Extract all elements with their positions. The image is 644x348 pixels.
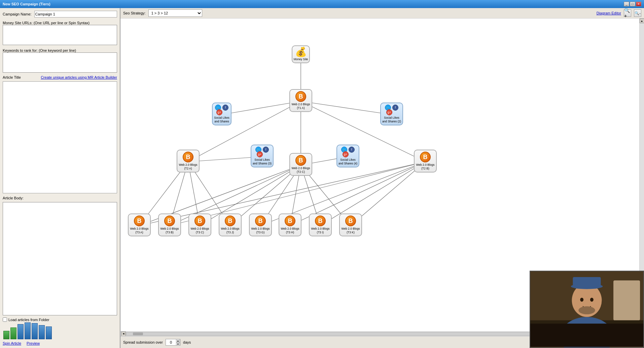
money-urls-label: Money Site URLs: (One URL per line or Sp…	[3, 21, 117, 25]
node-web20_t2b[interactable]: B Web 2.0 Blogs(T2 B)	[413, 150, 437, 172]
chart-bar	[32, 323, 38, 339]
chart-bar	[25, 322, 31, 339]
node-web20_t3b[interactable]: B Web 2.0 Blogs(T3 B)	[157, 214, 182, 236]
node-social2[interactable]: 🐦 f g+ Social Likesand Shares (2)	[380, 103, 404, 125]
article-title-row: Article Title Create unique articles usi…	[3, 75, 117, 79]
bottom-section: Load articles from Folder Spin Article P…	[3, 317, 117, 345]
maximize-button[interactable]: □	[630, 2, 635, 6]
node-box[interactable]: B Web 2.0 Blogs(T3 K)	[339, 214, 362, 236]
node-box[interactable]: B Web 2.0 Blogs(T2 C)	[289, 153, 312, 176]
keywords-textarea[interactable]	[3, 52, 117, 73]
webcam-svg	[530, 271, 643, 347]
node-web20_t3c[interactable]: B Web 2.0 Blogs(T3 C)	[188, 214, 212, 236]
article-body-textarea[interactable]	[3, 202, 117, 315]
days-input[interactable]	[166, 340, 176, 344]
campaign-name-row: Campaign Name:	[3, 11, 117, 17]
zoom-out-button[interactable]: 🔍-	[634, 9, 641, 17]
node-label: Web 2.0 Blogs(T3 C)	[190, 227, 209, 234]
money-urls-textarea[interactable]	[3, 25, 117, 45]
load-articles-label: Load articles from Folder	[8, 318, 49, 322]
node-box[interactable]: B Web 2.0 Blogs(T3 J)	[219, 214, 241, 236]
load-articles-row: Load articles from Folder	[3, 317, 117, 322]
close-button[interactable]: ✕	[636, 2, 641, 6]
node-box[interactable]: B Web 2.0 Blogs(T3 C)	[188, 214, 211, 236]
chart-bar	[46, 326, 52, 339]
mr-article-builder-link[interactable]: Create unique articles using MR Article …	[41, 75, 117, 79]
node-label: Web 2.0 Blogs(T3 H)	[281, 227, 299, 234]
article-title-label: Article Title	[3, 75, 21, 79]
days-label: days	[183, 340, 191, 344]
svg-point-32	[580, 298, 583, 302]
zoom-in-button[interactable]: 🔍+	[624, 9, 631, 17]
node-box[interactable]: B Web 2.0 Blogs(T3 H)	[279, 214, 301, 236]
node-web20_t2a[interactable]: B Web 2.0 Blogs(T2 A)	[176, 150, 200, 172]
node-label: Web 2.0 Blogs(T2 B)	[416, 163, 434, 170]
node-label: Web 2.0 Blogs(T3 K)	[341, 227, 360, 234]
spread-label: Spread submission over	[123, 340, 163, 344]
webcam-overlay	[530, 271, 644, 348]
spinner-down-button[interactable]: ▼	[176, 342, 180, 346]
node-web20_t3g[interactable]: B Web 2.0 Blogs(T3 G)	[248, 214, 273, 236]
keywords-label: Keywords to rank for: (One keyword per l…	[3, 48, 117, 52]
campaign-name-input[interactable]	[34, 11, 117, 17]
node-web20_t3i[interactable]: B Web 2.0 Blogs(T3 I)	[308, 214, 332, 236]
node-label: Web 2.0 Blogs(T2 C)	[291, 166, 310, 174]
node-box[interactable]: B Web 2.0 Blogs(T2 B)	[414, 150, 436, 172]
load-articles-checkbox[interactable]	[3, 317, 7, 322]
article-title-input[interactable]	[3, 81, 117, 193]
chart-bar	[17, 324, 24, 339]
node-box[interactable]: 🐦 f g+ Social Likesand Shares	[212, 103, 231, 125]
spin-article-link[interactable]: Spin Article	[3, 341, 21, 345]
seo-strategy-label: Seo Strategy:	[123, 11, 146, 15]
spinner-buttons: ▲ ▼	[176, 339, 180, 346]
node-label: Social Likesand Shares (3)	[253, 158, 272, 165]
node-web20_t3k[interactable]: B Web 2.0 Blogs(T3 K)	[338, 214, 363, 236]
node-box[interactable]: B Web 2.0 Blogs(T3 G)	[249, 214, 272, 236]
webcam-video	[530, 271, 643, 347]
node-box[interactable]: B Web 2.0 Blogs(T3 I)	[309, 214, 331, 236]
campaign-name-label: Campaign Name:	[3, 12, 32, 16]
diagram-editor-link[interactable]: Diagram Editor	[597, 11, 621, 15]
node-box[interactable]: 🐦 f g+ Social Likesand Shares (2)	[380, 103, 403, 125]
svg-rect-36	[530, 323, 643, 347]
node-box[interactable]: 🐦 f g+ Social Likesand Shares (3)	[251, 145, 274, 167]
node-social1[interactable]: 🐦 f g+ Social Likesand Shares	[210, 103, 234, 125]
toolbar: Seo Strategy: 1 > 3 > 12 Diagram Editor …	[120, 8, 644, 18]
node-web20_t3j[interactable]: B Web 2.0 Blogs(T3 J)	[218, 214, 242, 236]
spinner-up-button[interactable]: ▲	[176, 339, 180, 342]
node-box[interactable]: B Web 2.0 Blogs(T3 B)	[158, 214, 181, 236]
svg-line-3	[188, 101, 301, 162]
node-web20_t2c[interactable]: B Web 2.0 Blogs(T2 C)	[289, 153, 313, 176]
node-money[interactable]: 💰 Money Site	[289, 45, 313, 63]
node-box[interactable]: B Web 2.0 Blogs(T2 A)	[177, 150, 199, 172]
node-web20_t3a[interactable]: B Web 2.0 Blogs(T3 A)	[127, 214, 151, 236]
node-box[interactable]: 💰 Money Site	[292, 45, 310, 63]
title-bar: New SEO Campaign (Tiers) _ □ ✕	[0, 0, 644, 8]
scroll-left-button[interactable]: ◄	[121, 332, 126, 336]
minimize-button[interactable]: _	[624, 2, 629, 6]
node-label: Money Site	[294, 57, 308, 61]
node-web20_t1a[interactable]: B Web 2.0 Blogs(T1 A)	[289, 89, 313, 112]
article-body-label: Article Body:	[3, 196, 117, 200]
spin-preview-row: Spin Article Preview	[3, 341, 117, 345]
preview-link[interactable]: Preview	[27, 341, 40, 345]
svg-line-22	[320, 162, 425, 226]
node-box[interactable]: 🐦 f g+ Social Likesand Shares (4)	[336, 145, 359, 167]
node-label: Web 2.0 Blogs(T3 A)	[130, 227, 148, 234]
node-web20_t3h[interactable]: B Web 2.0 Blogs(T3 H)	[278, 214, 302, 236]
node-label: Web 2.0 Blogs(T1 A)	[291, 103, 310, 110]
node-social4[interactable]: 🐦 f g+ Social Likesand Shares (4)	[336, 145, 360, 167]
chart-bar	[10, 327, 16, 339]
svg-point-34	[578, 306, 595, 314]
node-social3[interactable]: 🐦 f g+ Social Likesand Shares (3)	[250, 145, 274, 167]
node-label: Social Likesand Shares	[214, 116, 229, 123]
title-bar-title: New SEO Campaign (Tiers)	[3, 2, 50, 6]
strategy-select[interactable]: 1 > 3 > 12	[148, 9, 202, 17]
left-panel: Campaign Name: Money Site URLs: (One URL…	[0, 8, 120, 348]
days-spinner: ▲ ▼	[166, 339, 180, 346]
svg-rect-30	[573, 277, 601, 288]
node-box[interactable]: B Web 2.0 Blogs(T1 A)	[289, 89, 312, 112]
node-box[interactable]: B Web 2.0 Blogs(T3 A)	[128, 214, 150, 236]
keywords-section: Keywords to rank for: (One keyword per l…	[3, 48, 117, 73]
scroll-up-button[interactable]: ▲	[640, 18, 644, 23]
